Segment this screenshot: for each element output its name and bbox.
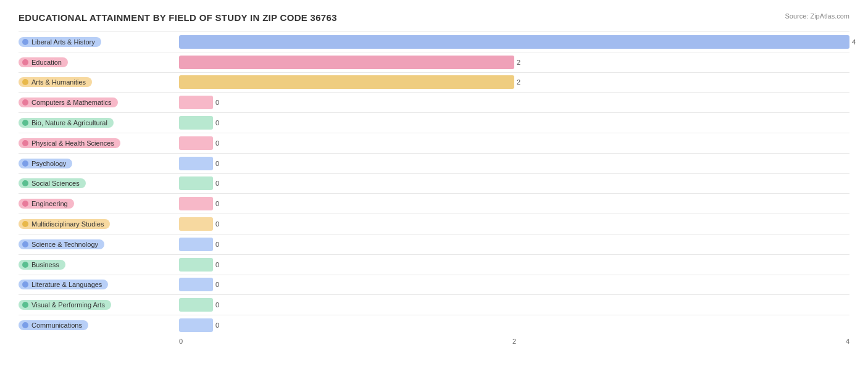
- bar-label-container: Computers & Mathematics: [19, 98, 179, 107]
- bar-fill-stub: [179, 116, 213, 130]
- chart-source: Source: ZipAtlas.com: [785, 12, 849, 20]
- bar-label-container: Liberal Arts & History: [19, 37, 179, 47]
- bar-row: Computers & Mathematics0: [19, 92, 849, 112]
- bar-row: Social Sciences0: [19, 173, 849, 194]
- bar-row: Multidisciplinary Studies0: [19, 214, 849, 234]
- pill-dot: [22, 180, 28, 186]
- bar-label-text: Education: [31, 59, 62, 66]
- bar-fill-stub: [179, 197, 213, 210]
- bar-value-label: 0: [215, 220, 219, 228]
- bar-fill-stub: [179, 278, 213, 291]
- bar-label-pill: Visual & Performing Arts: [19, 300, 111, 310]
- pill-dot: [22, 221, 28, 227]
- pill-dot: [22, 120, 28, 126]
- pill-dot: [22, 302, 28, 308]
- bar-value-label: 0: [215, 119, 219, 127]
- bar-fill-stub: [179, 136, 213, 150]
- bar-label-text: Communications: [31, 322, 82, 329]
- bar-row: Education2: [19, 52, 849, 72]
- bar-label-pill: Social Sciences: [19, 178, 86, 188]
- chart-title: EDUCATIONAL ATTAINMENT BY FIELD OF STUDY…: [19, 12, 337, 23]
- bar-value-label: 0: [215, 180, 219, 187]
- bar-row: Liberal Arts & History4: [19, 31, 849, 52]
- bar-label-container: Psychology: [19, 159, 179, 168]
- bar-row: Physical & Health Sciences0: [19, 133, 849, 153]
- bar-fill-stub: [179, 258, 213, 272]
- bar-value-label: 0: [215, 200, 219, 207]
- bar-value-label: 0: [215, 160, 219, 167]
- bar-label-text: Physical & Health Sciences: [31, 139, 114, 147]
- bar-value-label: 2: [517, 78, 520, 86]
- bar-label-text: Visual & Performing Arts: [31, 301, 105, 309]
- pill-dot: [22, 59, 28, 65]
- bar-row: Engineering0: [19, 193, 849, 214]
- bar-label-container: Literature & Languages: [19, 280, 179, 289]
- bar-label-pill: Education: [19, 57, 68, 67]
- bar-row: Communications0: [19, 315, 849, 335]
- bar-row: Literature & Languages0: [19, 275, 849, 295]
- x-axis: 024: [19, 338, 849, 345]
- pill-dot: [22, 281, 28, 288]
- bar-label-pill: Multidisciplinary Studies: [19, 219, 110, 229]
- bar-label-pill: Arts & Humanities: [19, 77, 92, 87]
- bar-label-pill: Science & Technology: [19, 239, 104, 249]
- bar-label-text: Arts & Humanities: [31, 78, 86, 86]
- pill-dot: [22, 262, 28, 268]
- bar-fill-stub: [179, 157, 213, 170]
- bar-fill-stub: [179, 238, 213, 251]
- pill-dot: [22, 160, 28, 167]
- bar-label-text: Bio, Nature & Agricultural: [31, 119, 107, 127]
- bar-fill: [179, 35, 849, 49]
- pill-dot: [22, 79, 28, 85]
- x-axis-label: 2: [512, 338, 516, 345]
- bar-label-container: Visual & Performing Arts: [19, 300, 179, 310]
- bar-label-pill: Psychology: [19, 159, 72, 168]
- bar-row: Science & Technology0: [19, 234, 849, 254]
- bar-fill: [179, 75, 514, 89]
- bar-label-text: Social Sciences: [31, 180, 80, 187]
- bar-label-pill: Computers & Mathematics: [19, 98, 118, 107]
- bar-label-text: Liberal Arts & History: [31, 38, 95, 46]
- pill-dot: [22, 39, 28, 45]
- bar-label-text: Computers & Mathematics: [31, 99, 112, 106]
- bar-label-pill: Liberal Arts & History: [19, 37, 101, 47]
- bar-label-text: Business: [31, 261, 59, 268]
- bar-value-label: 2: [517, 59, 520, 66]
- bar-value-label: 0: [215, 139, 219, 147]
- bar-label-container: Arts & Humanities: [19, 77, 179, 87]
- bar-label-pill: Literature & Languages: [19, 280, 108, 289]
- bar-label-pill: Communications: [19, 320, 88, 330]
- pill-dot: [22, 241, 28, 247]
- bar-row: Psychology0: [19, 153, 849, 173]
- pill-dot: [22, 201, 28, 207]
- bar-label-container: Bio, Nature & Agricultural: [19, 118, 179, 128]
- bar-value-label: 0: [215, 281, 219, 288]
- bar-fill-stub: [179, 298, 213, 312]
- bar-label-container: Science & Technology: [19, 239, 179, 249]
- bar-label-container: Business: [19, 260, 179, 270]
- bar-label-container: Physical & Health Sciences: [19, 138, 179, 148]
- bar-label-pill: Physical & Health Sciences: [19, 138, 120, 148]
- chart-container: EDUCATIONAL ATTAINMENT BY FIELD OF STUDY…: [0, 0, 868, 390]
- bar-value-label: 0: [215, 301, 219, 309]
- bar-label-container: Engineering: [19, 199, 179, 209]
- pill-dot: [22, 99, 28, 106]
- chart-body: Liberal Arts & History4Education2Arts & …: [19, 31, 849, 335]
- x-axis-label: 4: [846, 338, 849, 345]
- pill-dot: [22, 322, 28, 328]
- x-axis-label: 0: [179, 338, 183, 345]
- bar-label-text: Psychology: [31, 160, 66, 167]
- bar-label-container: Multidisciplinary Studies: [19, 219, 179, 229]
- bar-row: Bio, Nature & Agricultural0: [19, 112, 849, 133]
- bar-value-label: 0: [215, 99, 219, 106]
- chart-header: EDUCATIONAL ATTAINMENT BY FIELD OF STUDY…: [19, 12, 849, 23]
- bar-row: Business0: [19, 254, 849, 275]
- bar-row: Visual & Performing Arts0: [19, 294, 849, 315]
- bar-label-pill: Bio, Nature & Agricultural: [19, 118, 114, 128]
- bar-label-pill: Business: [19, 260, 65, 270]
- bar-value-label: 4: [852, 38, 856, 46]
- bar-label-text: Engineering: [31, 200, 68, 207]
- bar-label-text: Science & Technology: [31, 241, 98, 248]
- bar-label-container: Education: [19, 57, 179, 67]
- pill-dot: [22, 140, 28, 146]
